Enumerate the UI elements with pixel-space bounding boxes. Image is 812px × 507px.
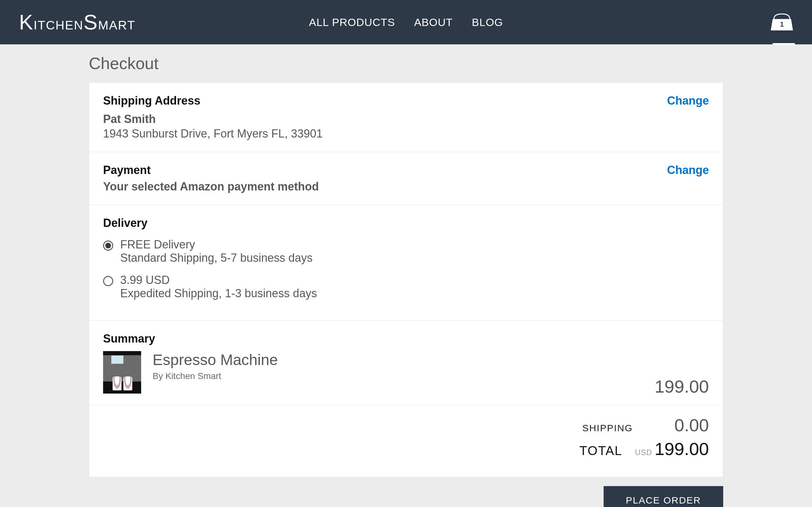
shipping-section: Shipping Address Change Pat Smith 1943 S…	[89, 83, 723, 152]
product-texts: Espresso Machine By Kitchen Smart	[153, 351, 278, 381]
delivery-option-desc: Standard Shipping, 5-7 business days	[120, 251, 312, 265]
delivery-option-free[interactable]: FREE Delivery Standard Shipping, 5-7 bus…	[103, 238, 709, 265]
delivery-title: Delivery	[103, 216, 709, 230]
nav-about[interactable]: ABOUT	[414, 16, 453, 29]
summary-title: Summary	[103, 332, 709, 345]
checkout-card: Shipping Address Change Pat Smith 1943 S…	[89, 82, 723, 477]
radio-icon	[103, 240, 113, 250]
grand-total-label: TOTAL	[579, 444, 622, 458]
delivery-option-text: FREE Delivery Standard Shipping, 5-7 bus…	[120, 238, 312, 265]
grand-total-row: TOTAL USD199.00	[103, 439, 709, 459]
nav-all-products[interactable]: ALL PRODUCTS	[309, 16, 395, 29]
change-payment-link[interactable]: Change	[667, 164, 709, 177]
delivery-options: FREE Delivery Standard Shipping, 5-7 bus…	[103, 238, 709, 300]
product-byline: By Kitchen Smart	[153, 371, 278, 381]
payment-title: Payment	[103, 164, 709, 177]
summary-section: Summary Espresso Machine By Kitchen Smar…	[89, 321, 723, 405]
cart-active-indicator	[773, 43, 795, 45]
shipping-total-label: SHIPPING	[582, 423, 633, 434]
product-thumbnail	[103, 351, 141, 394]
shipping-title: Shipping Address	[103, 94, 709, 107]
nav-blog[interactable]: BLOG	[472, 16, 503, 29]
primary-nav: ALL PRODUCTS ABOUT BLOG	[309, 16, 503, 29]
delivery-option-price: FREE Delivery	[120, 238, 312, 251]
place-order-button[interactable]: PLACE ORDER	[604, 486, 723, 507]
grand-total-value: USD199.00	[635, 439, 709, 459]
shipping-name: Pat Smith	[103, 112, 709, 126]
radio-icon	[103, 276, 113, 286]
product-name: Espresso Machine	[153, 351, 278, 369]
checkout-page: Checkout Shipping Address Change Pat Smi…	[89, 54, 723, 507]
change-shipping-link[interactable]: Change	[667, 94, 709, 107]
cart-button[interactable]: 1	[771, 13, 793, 32]
cart-count: 1	[771, 20, 793, 29]
shipping-address: 1943 Sunburst Drive, Fort Myers FL, 3390…	[103, 127, 709, 140]
delivery-option-text: 3.99 USD Expedited Shipping, 1-3 busines…	[120, 274, 317, 300]
page-title: Checkout	[89, 54, 723, 73]
delivery-option-price: 3.99 USD	[120, 274, 317, 287]
payment-method-label: Your selected Amazon payment method	[103, 180, 709, 193]
payment-section: Payment Change Your selected Amazon paym…	[89, 152, 723, 205]
product-price: 199.00	[655, 376, 709, 397]
cta-row: PLACE ORDER	[89, 486, 723, 507]
summary-item: Espresso Machine By Kitchen Smart 199.00	[103, 351, 709, 394]
totals-section: SHIPPING 0.00 TOTAL USD199.00	[89, 405, 723, 477]
delivery-option-desc: Expedited Shipping, 1-3 business days	[120, 287, 317, 300]
shipping-total-row: SHIPPING 0.00	[103, 415, 709, 435]
site-header: KitchenSmart ALL PRODUCTS ABOUT BLOG 1	[0, 0, 812, 44]
shipping-total-value: 0.00	[646, 415, 709, 435]
logo[interactable]: KitchenSmart	[19, 10, 136, 34]
delivery-option-expedited[interactable]: 3.99 USD Expedited Shipping, 1-3 busines…	[103, 274, 709, 300]
delivery-section: Delivery FREE Delivery Standard Shipping…	[89, 205, 723, 321]
currency-code: USD	[635, 448, 652, 457]
